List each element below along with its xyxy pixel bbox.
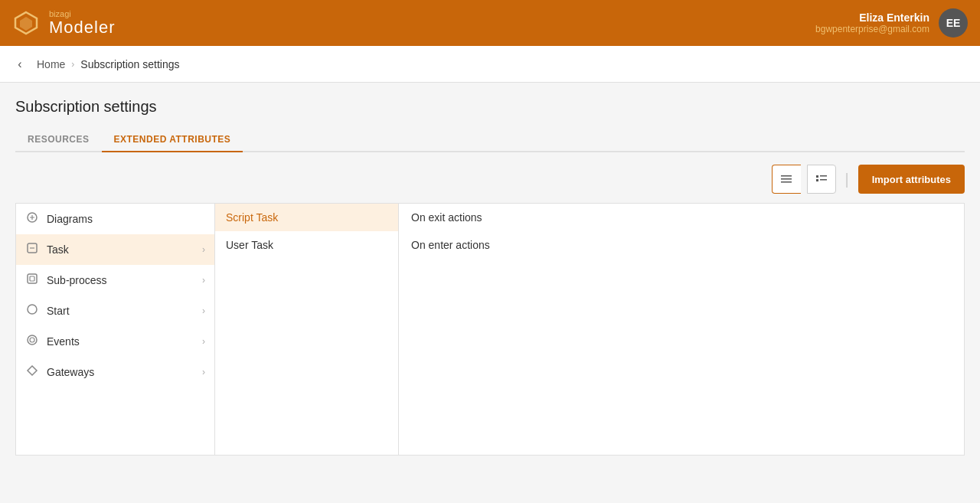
task-chevron-icon: › xyxy=(202,244,205,255)
content-panels: Diagrams Task › Sub-process › S xyxy=(15,203,965,456)
header-left: bizagi Modeler xyxy=(12,9,115,37)
list-view-icon xyxy=(780,173,792,185)
page-content: Subscription settings RESOURCES EXTENDED… xyxy=(0,83,980,503)
events-icon xyxy=(25,334,39,348)
user-avatar[interactable]: EE xyxy=(939,8,968,38)
left-item-diagrams[interactable]: Diagrams xyxy=(16,204,214,234)
page-title: Subscription settings xyxy=(15,98,965,116)
left-item-sub-process-label: Sub-process xyxy=(47,274,194,286)
bizagi-logo-icon xyxy=(12,9,40,37)
left-item-start-label: Start xyxy=(47,305,194,317)
task-icon xyxy=(25,242,39,256)
import-attributes-button[interactable]: Import attributes xyxy=(858,165,965,194)
user-info: Eliza Enterkin bgwpenterprise@gmail.com xyxy=(815,11,929,34)
user-email: bgwpenterprise@gmail.com xyxy=(815,24,929,34)
svg-rect-2 xyxy=(781,175,792,177)
toolbar: | Import attributes xyxy=(15,165,965,194)
left-item-events[interactable]: Events › xyxy=(16,326,214,357)
svg-rect-8 xyxy=(820,179,827,181)
breadcrumb-home[interactable]: Home xyxy=(37,58,65,70)
left-panel: Diagrams Task › Sub-process › S xyxy=(16,204,215,455)
left-item-gateways-label: Gateways xyxy=(47,366,194,378)
app-header: bizagi Modeler Eliza Enterkin bgwpenterp… xyxy=(0,0,980,46)
breadcrumb-separator: › xyxy=(71,59,74,70)
right-item-on-enter[interactable]: On enter actions xyxy=(399,231,964,259)
left-item-task[interactable]: Task › xyxy=(16,234,214,265)
left-item-task-label: Task xyxy=(47,243,194,256)
tab-extended-attributes[interactable]: EXTENDED ATTRIBUTES xyxy=(102,128,243,152)
brand-block: bizagi Modeler xyxy=(49,9,115,37)
left-item-gateways[interactable]: Gateways › xyxy=(16,357,214,387)
middle-panel: Script Task User Task xyxy=(215,204,399,455)
detail-view-icon xyxy=(815,173,828,185)
tab-resources[interactable]: RESOURCES xyxy=(15,128,102,152)
events-chevron-icon: › xyxy=(202,336,205,347)
start-chevron-icon: › xyxy=(202,305,205,316)
header-right: Eliza Enterkin bgwpenterprise@gmail.com … xyxy=(815,8,968,38)
tab-bar: RESOURCES EXTENDED ATTRIBUTES xyxy=(15,128,965,152)
right-item-on-exit[interactable]: On exit actions xyxy=(399,204,964,231)
start-icon xyxy=(25,303,39,318)
left-item-diagrams-label: Diagrams xyxy=(47,213,205,225)
svg-rect-5 xyxy=(816,175,818,178)
user-name: Eliza Enterkin xyxy=(815,11,929,24)
left-item-sub-process[interactable]: Sub-process › xyxy=(16,265,214,296)
svg-marker-1 xyxy=(20,17,32,31)
svg-point-15 xyxy=(30,338,34,342)
list-view-button[interactable] xyxy=(772,165,801,194)
middle-item-script-task[interactable]: Script Task xyxy=(215,204,398,231)
breadcrumb-bar: ‹ Home › Subscription settings xyxy=(0,46,980,83)
svg-point-14 xyxy=(28,335,37,345)
svg-rect-7 xyxy=(816,179,818,181)
breadcrumb-current: Subscription settings xyxy=(80,58,179,70)
brand-large: Modeler xyxy=(49,18,115,37)
svg-rect-3 xyxy=(781,178,792,180)
svg-rect-6 xyxy=(820,175,827,177)
svg-point-13 xyxy=(28,305,37,314)
toolbar-divider: | xyxy=(845,171,849,188)
middle-item-user-task[interactable]: User Task xyxy=(215,231,398,259)
right-panel: On exit actions On enter actions xyxy=(399,204,964,455)
detail-view-button[interactable] xyxy=(807,165,836,194)
svg-rect-11 xyxy=(28,274,37,283)
svg-rect-12 xyxy=(30,276,34,281)
gateways-icon xyxy=(25,364,39,379)
sub-process-icon xyxy=(25,273,39,287)
back-button[interactable]: ‹ xyxy=(9,54,31,75)
diagrams-icon xyxy=(25,211,39,226)
left-item-events-label: Events xyxy=(47,335,194,348)
sub-process-chevron-icon: › xyxy=(202,275,205,286)
svg-rect-4 xyxy=(781,181,792,183)
gateways-chevron-icon: › xyxy=(202,367,205,377)
left-item-start[interactable]: Start › xyxy=(16,296,214,326)
